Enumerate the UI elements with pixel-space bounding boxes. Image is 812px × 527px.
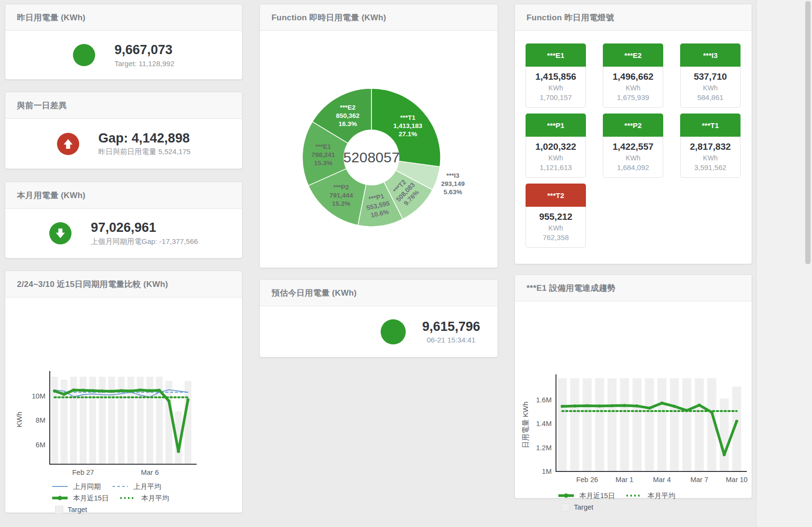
kpi-text: 9,615,796 06-21 15:34:41 [422,319,480,344]
series-point [177,450,180,453]
series-point [611,404,613,407]
legend-item-Target[interactable]: Target [557,503,593,512]
target-swatch-icon [55,506,63,514]
target-bar [720,399,729,471]
device-tile-target: 1,700,157 [528,93,584,101]
trend-chart-legend: 本月近15日本月平均Target [515,490,752,513]
legend-row: Target [51,504,242,515]
legend-item-本月近15日[interactable]: 本月近15日 [557,491,615,500]
kpi-text: 9,667,073 Target: 11,128,992 [114,43,174,67]
legend-item-本月近15日[interactable]: 本月近15日 [51,494,109,503]
series-point [100,389,103,392]
series-point [698,403,701,406]
device-tile-value: 1,020,322 [528,142,584,152]
device-tile-body: 955,212KWh762,358 [526,207,586,248]
legend-item-本月平均[interactable]: 本月平均 [626,491,675,500]
card-yesterday-title: 昨日用電量 (KWh) [5,4,242,31]
device-tile-unit: KWh [528,154,584,162]
series-point [72,388,75,391]
target-bar [645,378,654,471]
trend-chart-title: ***E1 設備用電達成趨勢 [515,275,752,301]
series-point [573,404,576,407]
series-point [91,389,94,392]
series-point [167,399,170,402]
donut-chart-title: Function 即時日用電量 (KWh) [260,4,498,31]
right-gutter [756,0,812,527]
device-tile-value: 2,817,832 [683,142,738,152]
svg-text:1.4M: 1.4M [536,420,552,427]
e1-trend-line-chart[interactable]: 1M1.2M1.4M1.6M日用電量 KWhFeb 26Mar 1Mar 4Ma… [515,301,750,485]
arrow-up-circle-icon [57,133,79,155]
target-bar [608,378,617,471]
donut-center-total: 5208057 [343,149,400,165]
compare-line-chart[interactable]: 6M8M10MKWhFeb 27Mar 6 [5,298,240,479]
card-month-usage: 本月用電量 (KWh) 97,026,961 上個月同期用電Gap: -17,3… [5,182,242,258]
card-month-body: 97,026,961 上個月同期用電Gap: -17,377,566 [5,209,242,258]
compare-chart-body: 6M8M10MKWhFeb 27Mar 6 上月同期上月平均本月近15日本月平均… [5,298,242,515]
target-bars [558,378,741,471]
series-point [110,390,113,393]
device-tile-target: 1,675,939 [605,93,661,101]
arrow-down-circle-icon [49,222,71,244]
series-point [120,389,123,392]
device-tile-value: 955,212 [528,212,584,222]
line-swatch-icon [51,495,69,501]
device-tile-unit: KWh [528,224,584,232]
vertical-scrollbar[interactable] [805,1,811,264]
series-point [598,404,601,407]
day-gap-value: Gap: 4,142,898 [99,131,191,146]
y-axis-label: 日用電量 KWh [521,401,529,448]
series-point [723,453,726,456]
yesterday-usage-target: Target: 11,128,992 [114,59,174,68]
legend-label: Target [68,506,87,513]
device-tile: ***I3537,710KWh584,861 [680,43,741,108]
series-point [673,405,676,408]
donut-slice-label: ***I3293,1495.63% [441,172,465,196]
target-bar [570,378,579,471]
series-point [648,407,651,410]
target-bar [670,378,679,471]
legend-item-Target[interactable]: Target [51,506,87,514]
legend-label: 本月近15日 [579,491,615,500]
svg-text:6M: 6M [36,441,45,449]
svg-text:Mar 7: Mar 7 [690,476,708,484]
legend-label: 上月平均 [133,482,161,491]
svg-text:1M: 1M [542,468,552,475]
device-tile-target: 1,121,613 [528,163,584,171]
device-tile-label: ***T1 [680,114,741,137]
card-yesterday-usage: 昨日用電量 (KWh) 9,667,073 Target: 11,128,992 [5,4,242,80]
card-realtime-donut: Function 即時日用電量 (KWh) ***T11,413,18327.1… [259,4,498,268]
card-e1-trend-chart: ***E1 設備用電達成趨勢 1M1.2M1.4M1.6M日用電量 KWhFeb… [514,274,752,499]
target-bar [166,381,172,464]
line-swatch-icon [51,483,69,490]
device-tile-target: 1,684,092 [605,163,661,171]
svg-text:Feb 27: Feb 27 [72,469,94,476]
target-bar [583,378,592,471]
card-month-title: 本月用電量 (KWh) [5,182,242,209]
target-bar [632,378,641,471]
energy-dashboard: 昨日用電量 (KWh) 9,667,073 Target: 11,128,992… [0,0,812,527]
status-green-circle-icon [73,44,95,66]
target-bar [620,378,629,471]
series-point [186,398,189,401]
device-tile-value: 1,415,856 [528,71,584,82]
device-tile-body: 1,422,557KWh1,684,092 [603,137,663,178]
legend-item-上月平均[interactable]: 上月平均 [112,482,161,491]
series-point [148,389,151,392]
legend-label: 上月同期 [73,482,101,491]
arrow-down-glyph [54,227,67,240]
function-usage-donut-chart[interactable]: ***T11,413,18327.1%***I3293,1495.63%***T… [260,31,497,267]
line-swatch-icon [112,483,129,490]
series-point [82,389,85,392]
device-tile-unit: KWh [528,84,584,92]
target-bar [695,378,704,471]
device-tile-value: 537,710 [683,71,738,82]
series-point [735,420,738,423]
svg-text:1.2M: 1.2M [536,444,552,452]
legend-item-本月平均[interactable]: 本月平均 [119,494,169,503]
estimate-card-body: 9,615,796 06-21 15:34:41 [260,306,498,357]
svg-text:Mar 4: Mar 4 [653,476,671,484]
legend-item-上月同期[interactable]: 上月同期 [51,482,101,491]
series-point [660,401,663,404]
today-estimate-value: 9,615,796 [422,319,480,334]
